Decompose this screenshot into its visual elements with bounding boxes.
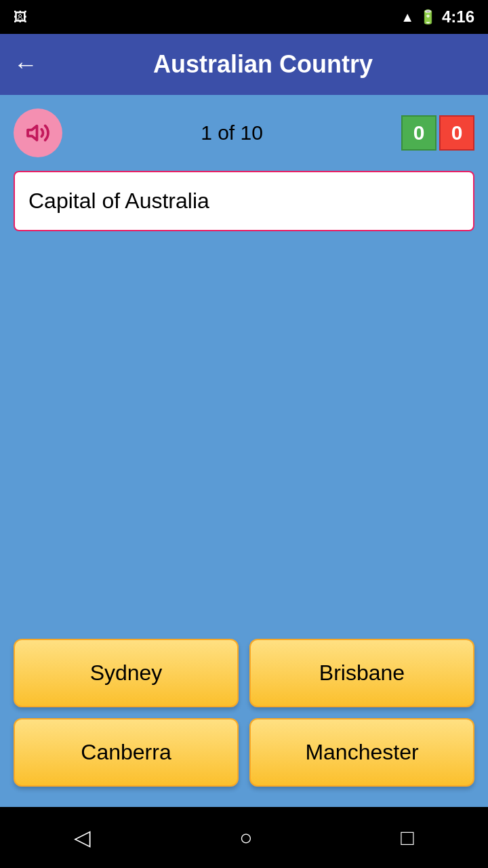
app-header: ← Australian Country [0, 34, 488, 95]
score-box: 0 0 [401, 115, 474, 151]
answers-grid: Sydney Brisbane Canberra Manchester [14, 639, 474, 787]
nav-back-icon: ◁ [74, 825, 91, 850]
nav-recent-button[interactable]: □ [401, 825, 413, 850]
status-bar: 🖼 ▲ 🔋 4:16 [0, 0, 488, 34]
nav-recent-icon: □ [401, 825, 413, 850]
speaker-icon [26, 121, 50, 145]
answer-brisbane[interactable]: Brisbane [249, 639, 474, 707]
question-text: Capital of Australia [28, 189, 209, 213]
status-time: 4:16 [442, 7, 474, 26]
answer-manchester[interactable]: Manchester [249, 718, 474, 787]
nav-back-button[interactable]: ◁ [74, 825, 91, 850]
page-title: Australian Country [52, 50, 474, 79]
question-box: Capital of Australia [14, 171, 474, 231]
main-content: 1 of 10 0 0 Capital of Australia Sydney … [0, 95, 488, 807]
battery-icon: 🔋 [420, 9, 436, 25]
image-icon: 🖼 [14, 9, 27, 25]
question-counter: 1 of 10 [62, 121, 401, 144]
signal-icon: ▲ [401, 9, 414, 25]
answer-canberra[interactable]: Canberra [14, 718, 239, 787]
score-correct: 0 [401, 115, 436, 151]
score-incorrect: 0 [439, 115, 474, 151]
top-row: 1 of 10 0 0 [14, 108, 474, 157]
nav-home-icon: ○ [239, 825, 252, 850]
answer-sydney[interactable]: Sydney [14, 639, 239, 707]
svg-marker-0 [28, 126, 37, 140]
nav-bar: ◁ ○ □ [0, 807, 488, 868]
sound-button[interactable] [14, 108, 62, 157]
back-button[interactable]: ← [14, 52, 38, 77]
nav-home-button[interactable]: ○ [239, 825, 252, 850]
